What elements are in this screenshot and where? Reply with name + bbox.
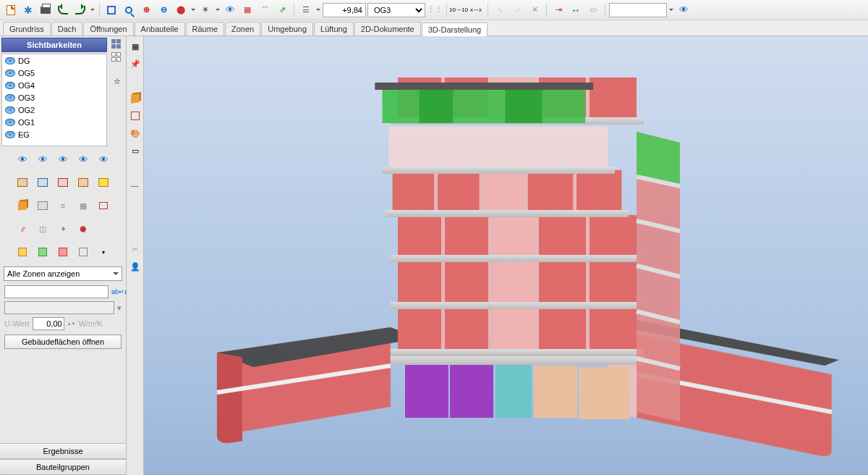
hatch-tool-2[interactable]: ◫ — [33, 220, 52, 238]
floor-tool-5[interactable] — [94, 197, 113, 214]
floor-tool-3[interactable]: ≡ — [54, 197, 72, 214]
tab-umgebung[interactable]: Umgebung — [261, 22, 313, 35]
uwert-input[interactable] — [33, 317, 64, 330]
stretch-button[interactable]: ↔ — [568, 2, 584, 18]
layers-dropdown[interactable] — [315, 2, 321, 18]
list-view-button[interactable]: ⋮⋮ — [427, 2, 443, 18]
snap-1-button[interactable]: ⟍ — [492, 2, 508, 18]
wall-show-2[interactable] — [33, 174, 52, 191]
tab-3d-darstellung[interactable]: 3D-Darstellung — [422, 22, 488, 36]
tab-raeume[interactable]: Räume — [186, 22, 224, 35]
floor-tool-4[interactable]: ▦ — [74, 197, 93, 214]
coordinate-input[interactable] — [323, 3, 366, 17]
sun-button[interactable]: ☀ — [197, 2, 213, 18]
zone-tool-3[interactable] — [54, 243, 72, 261]
favorite-star-button[interactable]: ☆ — [110, 74, 124, 88]
wall-show-1[interactable] — [13, 174, 32, 191]
filter-text-input[interactable] — [4, 285, 109, 298]
tab-dach[interactable]: Dach — [51, 22, 83, 35]
layer-row[interactable]: OG4 — [2, 79, 106, 91]
sheet-icon[interactable]: ▭ — [128, 143, 142, 158]
align-top-button[interactable]: ⎴ — [257, 2, 273, 18]
preview-eye-button[interactable]: 👁 — [676, 2, 692, 18]
filter-dropdown-icon[interactable]: ▾ — [117, 303, 122, 313]
cube-axo-icon[interactable] — [128, 91, 142, 106]
view-eye-button[interactable]: 👁 — [222, 2, 238, 18]
layers-button[interactable]: ☰ — [298, 2, 314, 18]
pan-tool-button[interactable]: ⬤ — [173, 2, 189, 18]
print-button[interactable] — [38, 2, 54, 18]
pan-dropdown[interactable] — [190, 2, 196, 18]
zone-tool-more[interactable]: ▾ — [94, 243, 113, 261]
visibility-tools-row5: ▾ — [0, 240, 126, 264]
zoom-out-button[interactable]: ⊖ — [156, 2, 171, 18]
section-ergebnisse[interactable]: Ergebnisse — [0, 443, 126, 459]
move-button[interactable]: ⇥ — [550, 2, 566, 18]
cube-wire-icon[interactable] — [128, 109, 142, 123]
hatch-tool-3[interactable]: ✦ — [54, 220, 72, 238]
grid4-icon[interactable]: ▦ — [128, 39, 142, 54]
category-tabbar: Grundriss Dach Öffnungen Anbauteile Räum… — [0, 20, 868, 36]
card-button[interactable]: ▭ — [585, 2, 601, 18]
search-input[interactable] — [609, 3, 667, 17]
uwert-spinner[interactable]: ▲▼ — [67, 321, 76, 326]
sun-dropdown[interactable] — [215, 2, 221, 18]
svg-rect-5 — [391, 356, 644, 365]
section-bauteilgruppen[interactable]: Bauteilgruppen — [0, 459, 126, 475]
uncheck-all-icon[interactable] — [111, 52, 123, 62]
check-all-icon[interactable] — [111, 39, 123, 49]
paint-icon[interactable]: 🎨 — [128, 126, 142, 140]
svg-rect-4 — [579, 367, 629, 419]
tab-oeffnungen[interactable]: Öffnungen — [83, 22, 133, 35]
vis-eye-4[interactable]: 👁 — [74, 151, 93, 168]
zoom-tool-button[interactable] — [121, 2, 137, 18]
zone-filter-dropdown[interactable]: Alle Zonen anzeigen — [4, 266, 122, 281]
zoom-window-button[interactable] — [103, 2, 119, 18]
export-button[interactable]: ⇗ — [274, 2, 290, 18]
zone-tool-2[interactable] — [33, 243, 52, 261]
tab-zonen[interactable]: Zonen — [225, 22, 260, 35]
layer-row[interactable]: OG1 — [2, 116, 106, 128]
vis-eye-5[interactable]: 👁 — [94, 151, 113, 168]
vis-eye-1[interactable]: 👁 — [13, 151, 32, 168]
tab-2d-dokumente[interactable]: 2D-Dokumente — [354, 22, 421, 35]
layer-name: OG1 — [18, 118, 35, 127]
vis-eye-2[interactable]: 👁 — [33, 151, 52, 168]
hatch-tool-4[interactable]: ⬣ — [74, 220, 93, 238]
search-dropdown[interactable] — [668, 2, 674, 18]
layer-row[interactable]: OG2 — [2, 104, 106, 116]
zoom-in-button[interactable]: ⊕ — [138, 2, 154, 18]
floor-tool-1[interactable] — [13, 197, 32, 214]
undo-button[interactable] — [55, 2, 71, 18]
layer-row[interactable]: EG — [2, 128, 106, 140]
layer-row[interactable]: OG3 — [2, 91, 106, 104]
red-line-icon[interactable]: ― — [128, 178, 142, 193]
hatch-tool-1[interactable]: ⫽ — [13, 220, 32, 238]
level-select[interactable]: OG3 — [367, 3, 425, 17]
pin-icon[interactable]: 📌 — [128, 56, 142, 71]
zone-tool-4[interactable] — [74, 243, 93, 261]
snap-3-button[interactable]: ✕ — [527, 2, 542, 18]
dim-10-10-button[interactable]: 10↔10 — [451, 2, 467, 18]
layer-row[interactable]: OG5 — [2, 67, 106, 79]
tab-grundriss[interactable]: Grundriss — [3, 22, 51, 35]
snowflake-button[interactable]: ✱ — [20, 2, 36, 18]
redo-button[interactable] — [72, 2, 88, 18]
dim-x-x-button[interactable]: x↔x — [468, 2, 484, 18]
tab-lueftung[interactable]: Lüftung — [314, 22, 354, 35]
floor-tool-2[interactable] — [33, 197, 52, 214]
new-file-button[interactable] — [3, 2, 19, 18]
wall-show-5[interactable] — [94, 174, 113, 191]
layer-row[interactable]: DG — [2, 54, 106, 67]
hatch-tool-5[interactable] — [94, 220, 113, 238]
snap-2-button[interactable]: ⟋ — [509, 2, 525, 18]
vis-eye-3[interactable]: 👁 — [54, 151, 72, 168]
open-building-surfaces-button[interactable]: Gebäudeflächen öffnen — [4, 335, 122, 349]
zone-tool-1[interactable] — [13, 243, 32, 261]
tab-anbauteile[interactable]: Anbauteile — [135, 22, 185, 35]
3d-viewport[interactable] — [144, 36, 868, 475]
undo-history-dropdown[interactable] — [90, 2, 95, 18]
wall-show-3[interactable] — [54, 174, 72, 191]
grid-colors-button[interactable]: ▦ — [239, 2, 255, 18]
wall-show-4[interactable] — [74, 174, 93, 191]
